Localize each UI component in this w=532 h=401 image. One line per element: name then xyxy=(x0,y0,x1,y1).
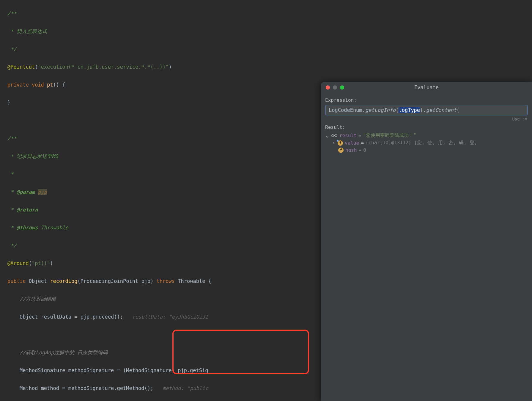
evaluate-dialog[interactable]: Evaluate Expression: LogCodeEnum.getLogI… xyxy=(321,82,532,401)
string-lit: "execution(* cn.jufb.user.service.*.*(..… xyxy=(38,64,169,70)
string-lit: "pt()" xyxy=(32,260,50,266)
field-icon: f xyxy=(338,148,344,153)
dialog-title: Evaluate xyxy=(414,84,439,90)
result-value: "您使用密码登陆成功！" xyxy=(363,132,416,139)
annotation-pointcut: @Pointcut xyxy=(7,64,35,70)
keyword: public xyxy=(7,278,26,284)
comment: //方法返回结果 xyxy=(20,296,56,302)
dialog-titlebar[interactable]: Evaluate xyxy=(321,82,532,93)
javadoc-tag: @param xyxy=(17,189,35,195)
keyword: throws xyxy=(157,278,175,284)
keyword: private xyxy=(7,82,29,88)
expression-label: Expression: xyxy=(325,97,528,103)
chevron-down-icon[interactable]: ⌄ xyxy=(325,133,329,138)
annotation-around: @Around xyxy=(7,260,29,266)
field-name: value xyxy=(345,140,359,146)
watch-icon xyxy=(331,134,338,138)
svg-point-1 xyxy=(335,134,337,137)
javadoc-param: pjp xyxy=(38,189,47,195)
tree-row-value[interactable]: › f value = {char[10]@13112} [您, 使, 用, 密… xyxy=(325,139,528,147)
tree-row-result[interactable]: ⌄ result = "您使用密码登陆成功！" xyxy=(325,132,528,139)
method-name: recordLog xyxy=(50,278,77,284)
pin-dot-icon xyxy=(337,140,339,142)
keyword: void xyxy=(32,82,44,88)
javadoc-line: * 切入点表达式 xyxy=(7,28,47,34)
javadoc-close: */ xyxy=(7,242,17,248)
method-name: pt xyxy=(47,82,53,88)
brace-close: } xyxy=(7,100,10,106)
tree-row-hash[interactable]: f hash = 0 xyxy=(325,147,528,153)
window-controls[interactable] xyxy=(321,85,344,90)
javadoc-line: * 记录日志发送至MQ xyxy=(7,153,58,159)
inlay-hint: method: "public xyxy=(163,385,208,391)
field-name: hash xyxy=(345,147,357,153)
javadoc: /** xyxy=(7,10,17,16)
field-value: {char[10]@13112} [您, 使, 用, 密, 码, 登, xyxy=(366,140,477,146)
svg-point-0 xyxy=(332,134,334,137)
chevron-right-icon[interactable]: › xyxy=(332,140,336,146)
close-icon[interactable] xyxy=(326,85,330,90)
field-value: 0 xyxy=(363,147,366,153)
result-name: result xyxy=(339,133,357,138)
selected-text: logType xyxy=(399,107,420,113)
inlay-hint: resultData: "eyJhbGciOiJI xyxy=(132,314,208,320)
javadoc-throws-type: Throwable xyxy=(41,225,68,231)
maximize-icon[interactable] xyxy=(340,85,344,90)
javadoc-line: * xyxy=(7,171,13,177)
javadoc-close: */ xyxy=(7,46,17,52)
javadoc-tag: @return xyxy=(17,207,38,213)
minimize-icon[interactable] xyxy=(333,85,337,90)
comment: //获取LogAop注解中的 日志类型编码 xyxy=(20,350,108,355)
shortcut-hint: Use ⇧⌘ xyxy=(325,115,528,123)
javadoc: /** xyxy=(7,135,17,141)
result-label: Result: xyxy=(325,124,528,130)
result-tree[interactable]: ⌄ result = "您使用密码登陆成功！" › f value = {cha… xyxy=(325,132,528,153)
expression-input[interactable]: LogCodeEnum.getLogInfo(logType).getConte… xyxy=(325,105,528,115)
javadoc-tag: @throws xyxy=(17,225,38,231)
